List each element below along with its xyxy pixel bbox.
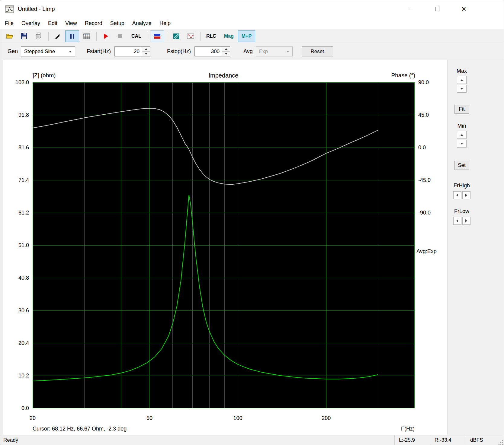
menu-item-setup[interactable]: Setup [106,18,128,28]
limp-watermark-letter: L [416,370,419,378]
gen-select[interactable]: Stepped Sine [21,46,75,56]
copy-button[interactable] [32,30,46,42]
magnitude-view-button[interactable]: Mag [220,30,237,42]
minimize-button[interactable] [397,0,424,18]
menu-item-edit[interactable]: Edit [44,18,61,28]
y-left-tick: 10.2 [0,372,29,380]
waveform-button[interactable] [184,30,197,42]
play-icon [102,32,110,40]
marker-button[interactable] [51,30,65,42]
set-button[interactable]: Set [454,161,469,170]
max-up-button[interactable] [457,76,467,84]
x-tick: 20 [21,414,45,422]
limp-watermark-letter: M [416,387,421,395]
menu-item-help[interactable]: Help [156,18,175,28]
minimize-icon [409,9,413,9]
menu-item-view[interactable]: View [61,18,81,28]
menu-item-record[interactable]: Record [81,18,106,28]
resize-grip[interactable] [495,435,504,445]
max-label: Max [457,68,467,74]
stop-button[interactable] [113,30,127,42]
open-button[interactable] [3,30,17,42]
right-arrow-icon [465,194,467,197]
cursor-readout: Cursor: 68.12 Hz, 66.67 Ohm, -2.3 deg [33,426,127,432]
pause-button[interactable] [65,30,79,42]
up-arrow-icon [461,79,463,81]
impedance-plot[interactable] [33,82,415,408]
frlow-right-button[interactable] [462,217,470,225]
y-left-tick: 20.4 [0,339,29,347]
toolbar-separator [48,32,49,41]
fstop-down-button[interactable] [222,52,230,56]
calibrate-button[interactable]: CAL [128,30,145,42]
left-level-indicator: L:-25.9 [394,435,430,445]
fstop-up-button[interactable] [222,47,230,52]
status-bar: Ready L:-25.9 R:-33.4 dBFS [0,435,504,445]
x-tick: 200 [314,414,338,422]
fstop-input[interactable] [194,46,222,56]
spectrum-icon [172,32,180,40]
plot-region [33,82,415,408]
table-button[interactable] [80,30,94,42]
frlow-label: FrLow [454,208,469,215]
frlow-left-button[interactable] [453,217,461,225]
down-arrow-icon [225,53,227,55]
y-right-tick: 0.0 [418,144,445,151]
reset-button[interactable]: Reset [302,46,333,56]
level-unit: dBFS [466,435,495,445]
frhigh-label: FrHigh [454,183,470,189]
y-right-tick: -45.0 [418,176,445,184]
fstart-group [114,46,150,56]
rlc-button[interactable]: RLC [203,30,220,42]
waveform-icon [187,32,194,40]
min-up-button[interactable] [457,131,467,139]
menu-item-analyze[interactable]: Analyze [128,18,156,28]
chart-title: Impedance [163,72,284,79]
frhigh-left-button[interactable] [453,191,461,199]
maximize-button[interactable] [424,0,451,18]
app-icon [5,5,14,13]
save-icon [20,32,28,40]
spectrum-button[interactable] [169,30,183,42]
pause-icon [68,32,76,40]
min-down-button[interactable] [457,140,467,148]
right-axis-title: Phase (°) [342,72,415,79]
side-control-bar: Max Fit Min Set FrHigh FrLow [448,60,504,435]
chevron-down-icon [69,51,72,52]
save-button[interactable] [17,30,31,42]
down-arrow-icon [145,53,147,55]
app-window: Untitled - Limp × FileOverlayEditViewRec… [0,0,504,445]
y-left-tick: 61.2 [0,209,29,217]
fstart-spinner [142,46,150,56]
toolbar-separator [167,32,167,41]
max-down-button[interactable] [457,85,467,93]
fstart-down-button[interactable] [142,52,150,56]
copy-icon [35,32,43,40]
gen-select-value: Stepped Sine [24,49,55,55]
generator-controls-row: Gen Stepped Sine Fstart(Hz) Fstop(Hz) Av… [0,43,504,60]
menu-item-file[interactable]: File [1,18,18,28]
up-arrow-icon [225,48,227,50]
gen-label: Gen [8,48,18,55]
left-axis-title: |Z| (ohm) [33,72,111,79]
x-axis-title: F(Hz) [354,426,415,432]
menu-bar: FileOverlayEditViewRecordSetupAnalyzeHel… [0,18,504,29]
fstart-input[interactable] [114,46,142,56]
frhigh-right-button[interactable] [462,191,470,199]
menu-item-overlay[interactable]: Overlay [18,18,44,28]
y-right-tick: 45.0 [418,111,445,119]
fstart-up-button[interactable] [142,47,150,52]
record-button[interactable] [99,30,113,42]
folder-open-icon [6,32,14,40]
avg-select-disabled: Exp [256,46,293,56]
table-grid-icon [83,32,91,40]
toolbar-separator [148,32,148,41]
mag-plus-phase-view-button[interactable]: M+P [238,30,255,42]
y-left-tick: 91.8 [0,111,29,119]
close-button[interactable]: × [451,0,477,18]
mag-phase-bars-button[interactable] [150,30,164,42]
min-label: Min [457,123,466,129]
fit-button[interactable]: Fit [454,105,469,114]
y-right-tick: 90.0 [418,78,445,86]
avg-label: Avg [243,48,253,55]
